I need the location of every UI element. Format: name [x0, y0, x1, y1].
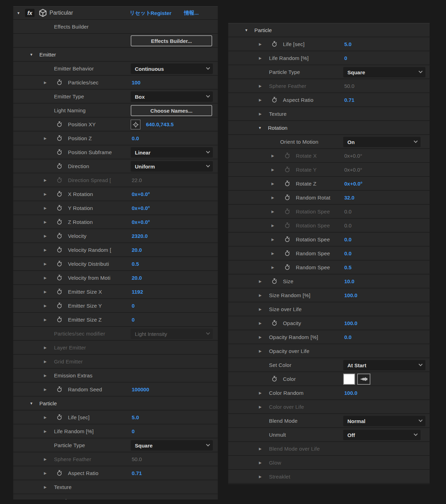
stopwatch-icon[interactable] — [57, 386, 62, 392]
dropdown[interactable]: Box — [131, 91, 213, 102]
stopwatch-icon[interactable] — [272, 278, 277, 284]
expand-triangle-icon[interactable]: ▶ — [44, 318, 47, 322]
reset-link[interactable]: リセット — [130, 10, 151, 16]
param-value[interactable]: 20.0 — [132, 247, 142, 253]
info-link[interactable]: 情報... — [184, 10, 199, 16]
expand-triangle-icon[interactable]: ▶ — [259, 112, 262, 116]
expand-triangle-icon[interactable]: ▶ — [44, 485, 47, 489]
expand-triangle-icon[interactable]: ▶ — [44, 220, 47, 224]
expand-triangle-icon[interactable]: ▶ — [259, 475, 262, 479]
expand-triangle-icon[interactable]: ▶ — [44, 457, 47, 461]
param-value[interactable]: 0.0 — [132, 135, 139, 141]
expand-triangle-icon[interactable]: ▶ — [44, 374, 47, 377]
crosshair-icon[interactable] — [131, 120, 140, 129]
expand-triangle-icon[interactable]: ▶ — [44, 388, 47, 391]
expand-triangle-icon[interactable]: ▶ — [259, 349, 262, 353]
stopwatch-icon[interactable] — [285, 181, 290, 187]
dropdown[interactable]: On — [343, 137, 421, 147]
stopwatch-icon[interactable] — [285, 167, 290, 173]
stopwatch-icon[interactable] — [57, 219, 62, 225]
expand-triangle-icon[interactable]: ▶ — [44, 415, 47, 419]
param-value[interactable]: 0.71 — [344, 97, 354, 103]
param-value[interactable]: 0.0 — [344, 334, 352, 340]
param-value[interactable]: 0.5 — [344, 264, 352, 270]
stopwatch-icon[interactable] — [57, 414, 62, 420]
stopwatch-icon[interactable] — [285, 264, 290, 270]
param-value[interactable]: 2320.0 — [132, 233, 148, 239]
action-button[interactable]: Effects Builder... — [131, 35, 212, 46]
param-value[interactable]: 5.0 — [132, 414, 139, 420]
param-value[interactable]: 0x+0.0° — [132, 205, 150, 211]
expand-triangle-icon[interactable]: ▶ — [259, 42, 262, 46]
stopwatch-icon[interactable] — [272, 97, 277, 103]
stopwatch-icon[interactable] — [57, 163, 62, 169]
param-value[interactable]: 0 — [132, 428, 134, 434]
stopwatch-icon[interactable] — [57, 275, 62, 281]
expand-triangle-icon[interactable]: ▶ — [44, 304, 47, 308]
expand-triangle-icon[interactable]: ▶ — [259, 307, 262, 311]
dropdown[interactable]: Normal — [343, 416, 425, 426]
param-value[interactable]: 100.0 — [344, 390, 357, 396]
stopwatch-icon[interactable] — [272, 376, 277, 382]
stopwatch-icon[interactable] — [285, 209, 290, 215]
expand-triangle-icon[interactable]: ▶ — [259, 447, 262, 451]
expand-triangle-icon[interactable]: ▶ — [259, 84, 262, 88]
expand-triangle-icon[interactable]: ▶ — [44, 234, 47, 238]
stopwatch-icon[interactable] — [57, 149, 62, 155]
expand-triangle-icon[interactable]: ▶ — [44, 81, 47, 84]
param-value[interactable]: 0.0 — [344, 250, 352, 256]
expand-triangle-icon[interactable]: ▶ — [44, 262, 47, 266]
dropdown[interactable]: Continuous — [131, 63, 213, 74]
param-value[interactable]: 0 — [132, 303, 134, 309]
param-value[interactable]: 100000 — [132, 386, 149, 392]
eyedropper-icon[interactable] — [357, 374, 370, 385]
collapse-triangle-icon[interactable]: ▼ — [258, 126, 262, 130]
dropdown[interactable]: At Start — [343, 360, 425, 370]
expand-triangle-icon[interactable]: ▶ — [44, 346, 47, 349]
param-value[interactable]: 10.0 — [344, 278, 354, 284]
stopwatch-icon[interactable] — [57, 317, 62, 323]
param-value[interactable]: 0.0 — [344, 236, 352, 242]
expand-triangle-icon[interactable]: ▶ — [271, 238, 274, 241]
expand-triangle-icon[interactable]: ▶ — [259, 391, 262, 395]
expand-triangle-icon[interactable]: ▶ — [44, 178, 47, 182]
expand-triangle-icon[interactable]: ▶ — [259, 98, 262, 102]
dropdown[interactable]: Square — [343, 67, 425, 77]
action-button[interactable]: Choose Names... — [131, 105, 212, 116]
stopwatch-icon[interactable] — [57, 261, 62, 267]
expand-triangle-icon[interactable]: ▶ — [44, 429, 47, 433]
dropdown[interactable]: Light Intensity — [131, 329, 213, 339]
param-value[interactable]: 0 — [344, 55, 347, 61]
expand-triangle-icon[interactable]: ▶ — [44, 471, 47, 475]
dropdown[interactable]: Uniform — [131, 161, 213, 172]
param-value[interactable]: 0x+0.0° — [132, 191, 150, 197]
expand-triangle-icon[interactable]: ▶ — [271, 168, 274, 172]
stopwatch-icon[interactable] — [285, 195, 290, 201]
stopwatch-icon[interactable] — [285, 153, 290, 159]
stopwatch-icon[interactable] — [285, 223, 290, 228]
stopwatch-icon[interactable] — [57, 247, 62, 253]
param-value[interactable]: 1192 — [132, 289, 143, 295]
param-value[interactable]: 100.0 — [344, 292, 357, 298]
stopwatch-icon[interactable] — [57, 303, 62, 309]
stopwatch-icon[interactable] — [57, 80, 62, 85]
param-value[interactable]: 0.5 — [132, 261, 139, 267]
expand-triangle-icon[interactable]: ▶ — [44, 290, 47, 294]
dropdown[interactable]: Square — [131, 440, 213, 451]
param-value[interactable]: 0 — [132, 317, 134, 323]
expand-triangle-icon[interactable]: ▶ — [271, 182, 274, 186]
expand-triangle-icon[interactable]: ▶ — [259, 461, 262, 465]
param-value[interactable]: 20.0 — [132, 275, 142, 281]
collapse-triangle-icon[interactable]: ▼ — [30, 401, 33, 405]
expand-triangle-icon[interactable]: ▶ — [271, 224, 274, 227]
stopwatch-icon[interactable] — [57, 191, 62, 197]
param-value[interactable]: 0x+0.0° — [132, 219, 150, 225]
stopwatch-icon[interactable] — [272, 320, 277, 326]
param-value[interactable]: 100.0 — [344, 320, 357, 326]
effect-collapse-triangle-icon[interactable]: ▼ — [17, 11, 20, 15]
param-value[interactable]: 0x+0.0° — [344, 181, 362, 187]
expand-triangle-icon[interactable]: ▶ — [44, 206, 47, 210]
expand-triangle-icon[interactable]: ▶ — [271, 196, 274, 200]
expand-triangle-icon[interactable]: ▶ — [44, 192, 47, 196]
collapse-triangle-icon[interactable]: ▼ — [245, 28, 248, 32]
